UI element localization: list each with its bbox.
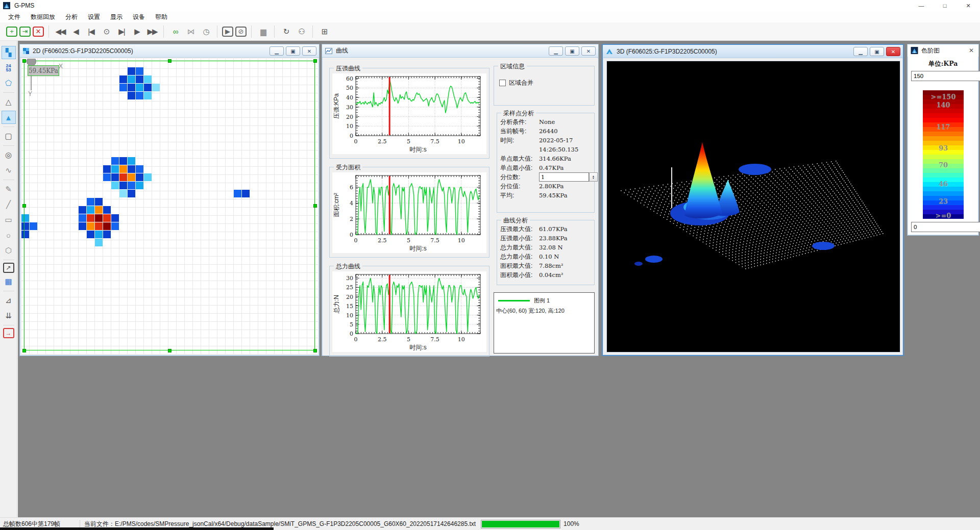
window-3d-maximize-button[interactable]: ▣ [870, 47, 884, 56]
pressure-chart[interactable]: 02.557.5100102030405060压强:KPa时间:s [332, 73, 486, 154]
trajectory-tool[interactable]: ∿ [2, 164, 16, 177]
window-curves-maximize-button[interactable]: ▣ [565, 46, 579, 56]
scale-max-input[interactable] [911, 71, 980, 81]
press-down-tool[interactable]: ⇊ [2, 309, 16, 322]
menu-item-分析[interactable]: 分析 [60, 12, 83, 22]
window-2d-close-button[interactable]: ✕ [302, 46, 316, 56]
selection-handle[interactable] [168, 59, 172, 63]
trend-chart-tool[interactable]: ↗ [3, 263, 14, 273]
svg-text:0: 0 [350, 331, 353, 337]
skip-start-icon[interactable]: |◀ [84, 25, 97, 38]
info-row: 时间:2022-05-17 14:26:50.135 [500, 136, 592, 154]
stop-icon[interactable]: ⊙ [100, 25, 113, 38]
draw-polygon-tool[interactable]: ⬡ [2, 244, 16, 257]
info-row: 单点最大值:314.66KPa [500, 154, 592, 163]
selection-handle[interactable] [168, 349, 172, 352]
link-icon[interactable]: ∞ [168, 25, 182, 38]
refresh-icon[interactable]: ↻ [279, 25, 292, 38]
force-chart[interactable]: 02.557.510051015202530总力:N时间:s [332, 271, 486, 352]
quantile-spinner[interactable]: ▲▼ [589, 172, 598, 182]
info-label: 单点最小值: [500, 163, 539, 172]
info-label: 分位值: [500, 182, 539, 191]
area-chart-title: 受力面积 [334, 163, 362, 172]
maximize-button[interactable]: □ [933, 0, 957, 11]
user-icon[interactable]: ⚇ [295, 25, 308, 38]
draw-pencil-tool[interactable]: ✎ [2, 183, 16, 196]
window-2d-minimize-button[interactable]: ▁ [270, 46, 284, 56]
display-icon[interactable]: ▆ [256, 25, 270, 38]
info-value: 2022-05-17 14:26:50.135 [539, 136, 578, 154]
area-chart[interactable]: 02.557.5100246面积:cm²时间:s [332, 172, 486, 253]
selection-handle[interactable] [22, 59, 26, 63]
window-curves-titlebar[interactable]: 曲线 ▁ ▣ ✕ [322, 44, 598, 58]
selection-handle[interactable] [22, 204, 26, 208]
view-region[interactable]: ⬠ [2, 77, 16, 90]
color-scale-close-button[interactable]: ✕ [967, 46, 975, 55]
record-video-icon[interactable]: ▶ [222, 27, 233, 37]
exit-tool[interactable]: → [3, 328, 14, 338]
menu-item-设置[interactable]: 设置 [83, 12, 105, 22]
export-file-icon[interactable]: ⇥ [19, 27, 31, 37]
window-3d-titlebar[interactable]: 3D (F606025:G-F1P3D2205C00005) ▁ ▣ ✕ [603, 45, 903, 58]
close-button[interactable]: ✕ [957, 0, 980, 11]
fast-forward-icon[interactable]: ▶▶ [145, 25, 159, 38]
window-2d-maximize-button[interactable]: ▣ [286, 46, 300, 56]
color-scale-label: 46 [923, 180, 964, 188]
add-icon[interactable]: + [6, 27, 17, 37]
draw-line-tool[interactable]: ╱ [2, 198, 16, 211]
center-point-tool[interactable]: ◎ [2, 148, 16, 162]
skip-end-icon[interactable]: ▶| [115, 25, 128, 38]
crop-tool[interactable]: ▢ [2, 130, 16, 143]
selection-handle[interactable] [313, 204, 317, 208]
svg-text:25: 25 [346, 284, 353, 291]
menu-item-数据回放[interactable]: 数据回放 [26, 12, 60, 22]
pressure-chart-group: 压强曲线 02.557.5100102030405060压强:KPa时间:s [329, 68, 489, 159]
calendar-icon[interactable]: ⊞ [317, 25, 331, 38]
view-numbers[interactable]: 2453 [2, 61, 16, 74]
window-curves-minimize-button[interactable]: ▁ [549, 46, 563, 56]
toolbar-separator [312, 26, 313, 38]
draw-rect-tool[interactable]: ▭ [2, 213, 16, 226]
view-2d[interactable]: ▚ [2, 46, 16, 59]
info-value: 23.88KPa [539, 234, 568, 243]
unlink-icon[interactable]: ⋈ [184, 25, 197, 38]
svg-text:时间:s: 时间:s [409, 245, 426, 252]
curves-content: 压强曲线 02.557.5100102030405060压强:KPa时间:s 受… [323, 59, 598, 356]
scale-min-input[interactable] [911, 222, 980, 232]
draw-circle-tool[interactable]: ○ [2, 229, 16, 242]
view-3d-solid[interactable]: ▲ [2, 111, 16, 124]
app-icon [3, 2, 10, 9]
delete-file-icon[interactable]: ✕ [33, 27, 44, 37]
timer-icon[interactable]: ◷ [199, 25, 212, 38]
step-back-icon[interactable]: ◀ [69, 25, 82, 38]
window-3d-minimize-button[interactable]: ▁ [853, 47, 868, 56]
window-curves-close-button[interactable]: ✕ [581, 46, 596, 56]
surface-3d-canvas[interactable] [606, 61, 900, 352]
pressure-tooltip: 59.45KPa [28, 65, 59, 76]
info-row: 总力最小值:0.10 N [500, 252, 592, 261]
menu-item-设备[interactable]: 设备 [128, 12, 150, 22]
stop-video-icon[interactable]: ⊘ [235, 27, 247, 37]
menu-item-显示[interactable]: 显示 [105, 12, 128, 22]
window-3d-close-button[interactable]: ✕ [886, 47, 900, 56]
svg-text:7.5: 7.5 [430, 336, 439, 343]
play-icon[interactable]: ▶ [130, 25, 143, 38]
quantile-input[interactable] [539, 172, 589, 182]
info-label: 总力最大值: [500, 243, 539, 252]
color-scale-titlebar[interactable]: 色阶图 ✕ [908, 44, 978, 57]
pressure-grid-canvas[interactable]: X Y 59.45KPa [21, 59, 318, 355]
region-merge-checkbox[interactable] [499, 80, 506, 86]
curve-axis-tool[interactable]: ⊿ [2, 294, 16, 307]
window-2d-titlebar[interactable]: 2D (F606025:G-F1P3D2205C00005) ▁ ▣ ✕ [20, 44, 319, 58]
minimize-button[interactable]: — [910, 0, 933, 11]
menu-item-文件[interactable]: 文件 [3, 12, 26, 22]
selection-handle[interactable] [22, 349, 26, 352]
matrix-grid-tool[interactable]: ▦ [2, 275, 16, 288]
toolbar: +⇥✕◀◀◀|◀⊙▶|▶▶▶∞⋈◷▶⊘▆↻⚇⊞ [0, 22, 980, 41]
selection-handle[interactable] [313, 59, 317, 63]
fast-rewind-icon[interactable]: ◀◀ [54, 25, 67, 38]
menu-item-帮助[interactable]: 帮助 [150, 12, 173, 22]
view-3d-wireframe[interactable]: △ [2, 95, 16, 109]
selection-handle[interactable] [313, 349, 317, 352]
selection-rectangle[interactable] [24, 61, 315, 350]
